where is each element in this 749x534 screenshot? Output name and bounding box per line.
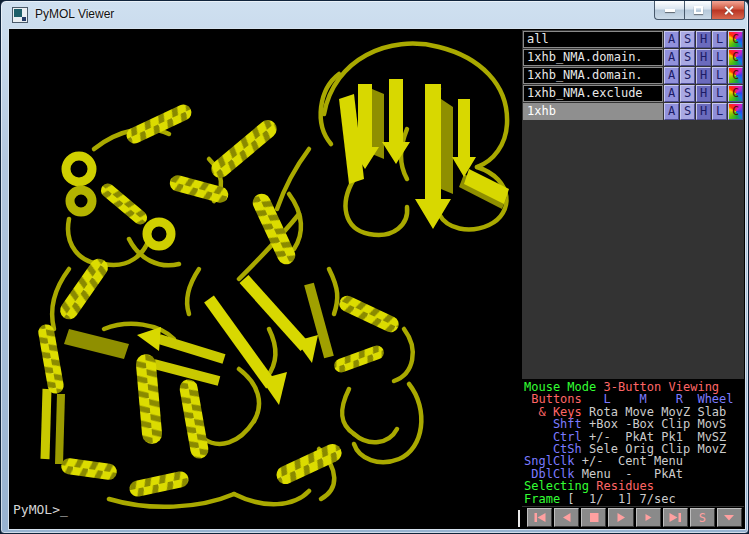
down-icon: [722, 512, 736, 523]
forward-icon: [641, 512, 655, 523]
step-back-button[interactable]: [554, 508, 579, 527]
object-button-l[interactable]: L: [712, 49, 727, 66]
object-button-s[interactable]: S: [680, 85, 695, 102]
object-row-label[interactable]: 1xhb_NMA.domain.: [523, 49, 663, 66]
object-row: allASHLC: [523, 31, 743, 48]
protein-structure: [9, 29, 519, 527]
object-row-label[interactable]: 1xhb_NMA.domain.: [523, 67, 663, 84]
object-button-c[interactable]: C: [728, 31, 743, 48]
client-area: PyMOL>_ allASHLC1xhb_NMA.domain.ASHLC1xh…: [9, 29, 745, 529]
skip-end-icon: [668, 512, 682, 523]
object-button-l[interactable]: L: [712, 67, 727, 84]
mouse-panel-text: Frame: [524, 492, 567, 506]
caption-buttons: [654, 1, 745, 20]
object-button-a[interactable]: A: [664, 103, 679, 120]
object-button-s[interactable]: S: [680, 103, 695, 120]
minimize-icon: [665, 9, 675, 12]
object-row: 1xhb_NMA.domain.ASHLC: [523, 49, 743, 66]
object-row-label[interactable]: all: [523, 31, 663, 48]
scene-s-button[interactable]: S: [690, 508, 715, 527]
object-button-l[interactable]: L: [712, 85, 727, 102]
play-icon: [614, 512, 628, 523]
go-to-start-button[interactable]: [527, 508, 552, 527]
panel-grip[interactable]: [518, 510, 520, 527]
object-button-l[interactable]: L: [712, 31, 727, 48]
mouse-panel-line: Frame [ 1/ 1] 7/sec: [524, 493, 744, 505]
maximize-button[interactable]: [684, 1, 712, 20]
object-button-c[interactable]: C: [728, 67, 743, 84]
pymol-window: PyMOL Viewer: [0, 0, 749, 534]
object-button-s[interactable]: S: [680, 49, 695, 66]
maximize-icon: [694, 6, 703, 14]
object-button-a[interactable]: A: [664, 85, 679, 102]
object-row: 1xhbASHLC: [523, 103, 743, 120]
object-button-h[interactable]: H: [696, 67, 711, 84]
titlebar[interactable]: PyMOL Viewer: [1, 1, 748, 29]
close-icon: [723, 5, 734, 16]
object-row: 1xhb_NMA.domain.ASHLC: [523, 67, 743, 84]
object-button-c[interactable]: C: [728, 85, 743, 102]
application-icon: [12, 7, 28, 23]
minimize-button[interactable]: [654, 1, 684, 20]
close-button[interactable]: [712, 1, 745, 20]
window-title: PyMOL Viewer: [35, 7, 114, 21]
play-button[interactable]: [608, 508, 633, 527]
stop-icon: [587, 512, 601, 523]
movie-playbar: S: [522, 507, 744, 528]
object-button-c[interactable]: C: [728, 103, 743, 120]
skip-start-icon: [533, 512, 547, 523]
object-button-a[interactable]: A: [664, 31, 679, 48]
object-button-h[interactable]: H: [696, 49, 711, 66]
back-icon: [560, 512, 574, 523]
object-button-a[interactable]: A: [664, 49, 679, 66]
step-forward-button[interactable]: [636, 508, 661, 527]
object-list: allASHLC1xhb_NMA.domain.ASHLC1xhb_NMA.do…: [523, 31, 743, 121]
side-panel: allASHLC1xhb_NMA.domain.ASHLC1xhb_NMA.do…: [522, 30, 744, 528]
object-button-h[interactable]: H: [696, 31, 711, 48]
mouse-panel-text: [ 1/ 1] 7/sec: [567, 492, 675, 506]
go-to-end-button[interactable]: [663, 508, 688, 527]
command-prompt[interactable]: PyMOL>_: [13, 502, 68, 517]
object-button-l[interactable]: L: [712, 103, 727, 120]
stop-button[interactable]: [581, 508, 606, 527]
mouse-mode-panel[interactable]: Mouse Mode 3-Button Viewing Buttons L M …: [522, 379, 744, 506]
object-button-s[interactable]: S: [680, 67, 695, 84]
object-button-h[interactable]: H: [696, 85, 711, 102]
object-button-a[interactable]: A: [664, 67, 679, 84]
object-button-h[interactable]: H: [696, 103, 711, 120]
movie-menu-button[interactable]: [717, 508, 742, 527]
object-button-s[interactable]: S: [680, 31, 695, 48]
object-row-label[interactable]: 1xhb_NMA.exclude: [523, 85, 663, 102]
object-row: 1xhb_NMA.excludeASHLC: [523, 85, 743, 102]
object-row-label[interactable]: 1xhb: [523, 103, 663, 120]
object-button-c[interactable]: C: [728, 49, 743, 66]
